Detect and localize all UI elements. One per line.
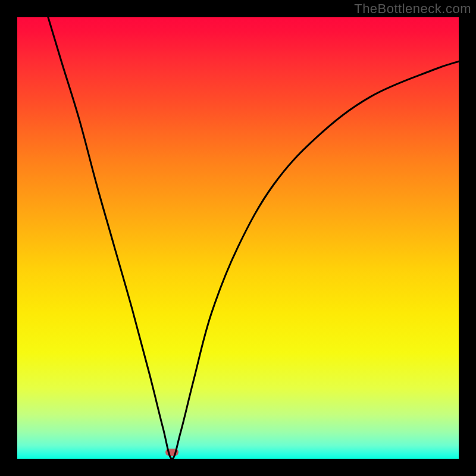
bottleneck-curve	[48, 17, 459, 459]
chart-frame: TheBottleneck.com	[0, 0, 476, 476]
watermark-text: TheBottleneck.com	[354, 1, 471, 17]
plot-area	[17, 17, 459, 459]
curve-svg	[17, 17, 459, 459]
